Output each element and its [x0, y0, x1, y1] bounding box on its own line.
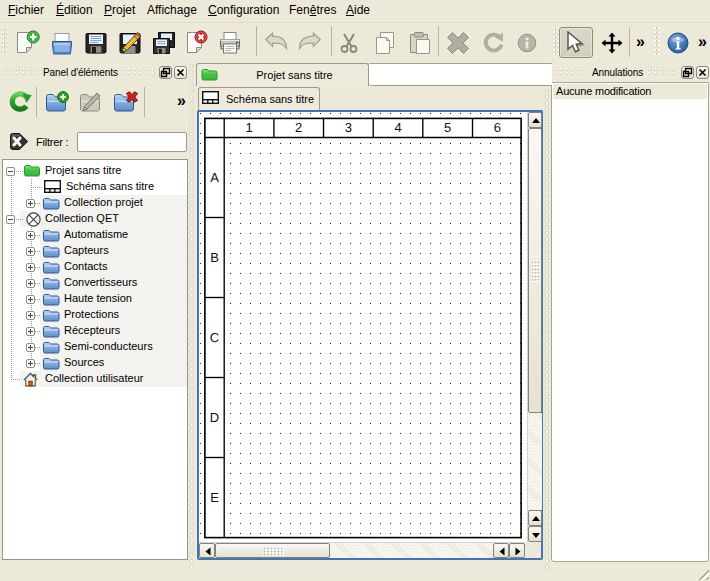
svg-text:4: 4	[394, 120, 401, 135]
svg-text:A: A	[210, 170, 219, 185]
svg-text:D: D	[210, 410, 219, 425]
svg-text:3: 3	[345, 120, 352, 135]
svg-text:2: 2	[295, 120, 302, 135]
svg-text:1: 1	[245, 120, 252, 135]
svg-text:B: B	[210, 250, 219, 265]
svg-text:5: 5	[444, 120, 451, 135]
svg-text:C: C	[210, 330, 219, 345]
svg-text:6: 6	[494, 120, 501, 135]
svg-text:E: E	[210, 490, 219, 505]
